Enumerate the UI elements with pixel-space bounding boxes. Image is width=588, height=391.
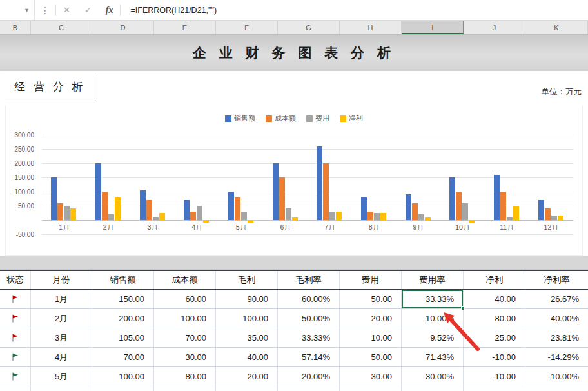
value-cell[interactable]: 10.00 — [340, 328, 402, 347]
y-axis-label: 200.00 — [6, 160, 34, 167]
x-axis-label: 2月 — [86, 223, 131, 232]
name-box[interactable]: ▼ — [0, 0, 35, 20]
table-header-成本额[interactable]: 成本额 — [154, 271, 216, 289]
table-header-费用[interactable]: 费用 — [340, 271, 402, 289]
value-cell[interactable]: 80.00 — [464, 309, 525, 328]
month-cell[interactable]: 2月 — [31, 309, 92, 328]
column-header-G[interactable]: G — [278, 21, 340, 34]
value-cell[interactable]: 35.00 — [216, 328, 278, 347]
table-header-月份[interactable]: 月份 — [31, 271, 92, 289]
value-cell[interactable]: 100.00 — [92, 367, 154, 386]
table-header-毛利率[interactable]: 毛利率 — [278, 271, 340, 289]
table-header-毛利[interactable]: 毛利 — [216, 271, 278, 289]
insert-function-icon[interactable]: fx — [99, 5, 121, 15]
formula-bar: ▼ ⋮ ✕ ✓ fx =IFERROR(H21/D21,"") — [0, 0, 588, 21]
confirm-icon[interactable]: ✓ — [77, 5, 99, 15]
value-cell[interactable]: 10.00% — [402, 309, 464, 328]
chart-bar — [95, 163, 101, 220]
selected-cell[interactable]: 33.33% — [402, 290, 464, 308]
value-cell[interactable]: 50.00 — [340, 348, 402, 366]
value-cell[interactable]: 20.00 — [340, 309, 402, 328]
month-cell[interactable]: 5月 — [31, 367, 92, 386]
status-flag-cell[interactable] — [0, 348, 31, 366]
value-cell[interactable]: 57.14% — [278, 348, 340, 366]
value-cell[interactable]: 30.00% — [402, 367, 464, 386]
value-cell[interactable] — [340, 386, 402, 391]
fill-handle[interactable] — [461, 306, 465, 310]
value-cell[interactable]: -14.29% — [525, 348, 588, 366]
value-cell[interactable]: -10.00% — [525, 367, 588, 386]
chart-bar — [248, 220, 253, 223]
column-header-J[interactable]: J — [464, 21, 525, 34]
value-cell[interactable]: 50.00 — [340, 290, 402, 308]
status-flag-cell[interactable] — [0, 328, 31, 347]
table-header-状态[interactable]: 状态 — [0, 271, 31, 289]
value-cell[interactable]: 105.00 — [92, 328, 154, 347]
value-cell[interactable]: 40.00 — [464, 290, 525, 308]
chart-bar — [228, 192, 234, 220]
flag-icon — [10, 333, 20, 343]
value-cell[interactable]: 80.00 — [154, 367, 216, 386]
value-cell[interactable]: 100.00 — [216, 309, 278, 328]
table-header-销售额[interactable]: 销售额 — [92, 271, 154, 289]
column-header-K[interactable]: K — [525, 21, 588, 34]
value-cell[interactable]: 20.00 — [216, 367, 278, 386]
value-cell[interactable]: 23.81% — [525, 328, 588, 347]
tab-business-analysis[interactable]: 经 营 分 析 — [5, 75, 95, 99]
value-cell[interactable] — [154, 386, 216, 391]
value-cell[interactable]: 70.00 — [92, 348, 154, 366]
legend-item-费用[interactable]: 费用 — [306, 114, 329, 123]
chart-bar — [279, 177, 285, 220]
value-cell[interactable]: 30.00 — [340, 367, 402, 386]
status-flag-cell[interactable] — [0, 290, 31, 308]
value-cell[interactable]: 60.00% — [278, 290, 340, 308]
column-header-I[interactable]: I — [402, 21, 464, 34]
more-options-icon[interactable]: ⋮ — [35, 5, 55, 15]
value-cell[interactable]: 90.00 — [216, 290, 278, 308]
value-cell[interactable] — [92, 386, 154, 391]
value-cell[interactable]: 33.33% — [278, 328, 340, 347]
value-cell[interactable]: 150.00 — [92, 290, 154, 308]
table-header-净利率[interactable]: 净利率 — [525, 271, 588, 289]
value-cell[interactable]: -10.00 — [464, 348, 525, 366]
cancel-icon[interactable]: ✕ — [56, 5, 77, 15]
legend-item-净利[interactable]: 净利 — [340, 114, 363, 123]
value-cell[interactable]: 20.00% — [278, 367, 340, 386]
value-cell[interactable]: 25.00 — [464, 328, 525, 347]
value-cell[interactable] — [402, 386, 464, 391]
value-cell[interactable]: 100.00 — [154, 309, 216, 328]
value-cell[interactable]: 26.67% — [525, 290, 588, 308]
value-cell[interactable] — [464, 386, 525, 391]
value-cell[interactable] — [31, 386, 92, 391]
value-cell[interactable]: 30.00 — [154, 348, 216, 366]
value-cell[interactable]: 70.00 — [154, 328, 216, 347]
value-cell[interactable] — [0, 386, 31, 391]
column-header-B[interactable]: B — [0, 21, 31, 34]
formula-input[interactable]: =IFERROR(H21/D21,"") — [130, 6, 217, 15]
column-header-F[interactable]: F — [216, 21, 278, 34]
legend-item-销售额[interactable]: 销售额 — [225, 114, 255, 123]
column-header-D[interactable]: D — [92, 21, 154, 34]
month-cell[interactable]: 1月 — [31, 290, 92, 308]
month-cell[interactable]: 3月 — [31, 328, 92, 347]
value-cell[interactable]: 9.52% — [402, 328, 464, 347]
value-cell[interactable] — [216, 386, 278, 391]
value-cell[interactable]: 71.43% — [402, 348, 464, 366]
value-cell[interactable]: 50.00% — [278, 309, 340, 328]
table-header-净利[interactable]: 净利 — [464, 271, 525, 289]
status-flag-cell[interactable] — [0, 367, 31, 386]
value-cell[interactable]: -10.00 — [464, 367, 525, 386]
table-header-费用率[interactable]: 费用率 — [402, 271, 464, 289]
month-cell[interactable]: 4月 — [31, 348, 92, 366]
column-header-E[interactable]: E — [154, 21, 216, 34]
value-cell[interactable] — [278, 386, 340, 391]
value-cell[interactable]: 200.00 — [92, 309, 154, 328]
legend-item-成本额[interactable]: 成本额 — [266, 114, 296, 123]
value-cell[interactable]: 40.00 — [216, 348, 278, 366]
value-cell[interactable]: 60.00 — [154, 290, 216, 308]
value-cell[interactable]: 40.00% — [525, 309, 588, 328]
status-flag-cell[interactable] — [0, 309, 31, 328]
column-header-C[interactable]: C — [31, 21, 92, 34]
value-cell[interactable] — [525, 386, 588, 391]
column-header-H[interactable]: H — [340, 21, 402, 34]
